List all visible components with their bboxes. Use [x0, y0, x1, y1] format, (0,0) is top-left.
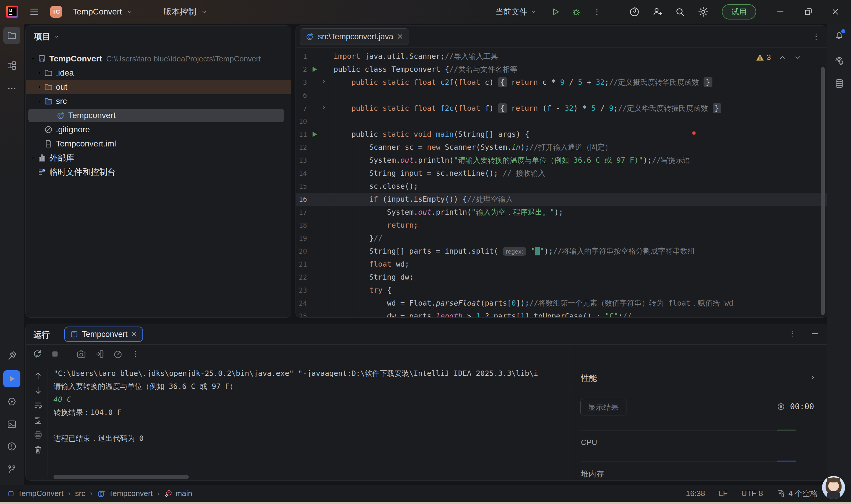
debug-button[interactable] — [571, 7, 581, 17]
more-toolbar-icon[interactable] — [131, 350, 139, 358]
main-menu-icon[interactable] — [29, 6, 40, 17]
run-line-icon[interactable] — [310, 130, 319, 139]
more-actions-icon[interactable] — [592, 7, 601, 16]
capture-snapshot-icon[interactable] — [76, 349, 86, 359]
code-line-21[interactable]: 21 float wd; — [296, 258, 827, 271]
arrow-up-icon[interactable] — [33, 371, 43, 381]
run-configuration-selector[interactable]: 当前文件 — [496, 6, 536, 17]
tool-button-services[interactable] — [3, 393, 20, 410]
code-line-18[interactable]: 18 return; — [296, 219, 827, 232]
tool-button-more-horizontal[interactable] — [3, 80, 20, 97]
console-output[interactable]: "C:\Users\taro blue\.jdks\openjdk-25.0.2… — [53, 367, 565, 445]
run-button[interactable] — [551, 7, 560, 17]
code-editor[interactable]: 1import java.util.Scanner;//导入输入工具2publi… — [296, 50, 827, 318]
code-line-20[interactable]: 20 String[] parts = input.split( regex: … — [296, 245, 827, 258]
editor-options-icon[interactable] — [812, 32, 820, 41]
profiler-gauge-icon[interactable] — [113, 349, 123, 359]
tree-item-out[interactable]: out — [26, 80, 291, 94]
arrow-down-icon[interactable] — [33, 386, 43, 395]
code-line-3[interactable]: 3 public static float c2f(float c) { ret… — [296, 76, 827, 89]
breadcrumb-item-main[interactable]: mmain — [164, 489, 192, 498]
tool-button-problems[interactable] — [3, 438, 20, 455]
tree-item--gitignore[interactable]: .gitignore — [26, 123, 291, 137]
tool-button-folder[interactable] — [3, 27, 20, 44]
tool-button-database[interactable] — [831, 75, 848, 92]
ai-assistant-icon[interactable] — [629, 6, 640, 17]
tool-button-hammer[interactable] — [3, 347, 20, 364]
scroll-to-end-icon[interactable] — [33, 415, 43, 425]
restore-window-icon[interactable] — [803, 7, 813, 17]
chevron-right-icon[interactable] — [809, 374, 816, 381]
user-avatar[interactable] — [822, 476, 845, 499]
code-line-1[interactable]: 1import java.util.Scanner;//导入输入工具 — [296, 50, 827, 63]
tree-item-tempconvert[interactable]: TempConvertC:\Users\taro blue\IdeaProjec… — [26, 52, 291, 66]
tool-button-ai-chat[interactable] — [831, 52, 848, 69]
code-line-6[interactable]: 6 — [296, 89, 827, 102]
code-line-15[interactable]: 15 sc.close(); — [296, 180, 827, 193]
close-tab-icon[interactable]: ✕ — [397, 32, 403, 41]
cpu-chart-segment — [777, 430, 796, 431]
tree-item-tempconvert[interactable]: CTempconvert — [26, 108, 291, 123]
hide-panel-icon[interactable] — [811, 329, 819, 338]
code-line-13[interactable]: 13 System.out.println("请输入要转换的温度与单位（例如 3… — [296, 154, 827, 167]
search-icon[interactable] — [675, 6, 685, 17]
tree-item--idea[interactable]: .idea — [26, 66, 291, 80]
code-line-22[interactable]: 22 String dw; — [296, 271, 827, 284]
caret-position-widget[interactable]: 16:38 — [686, 489, 705, 498]
settings-gear-icon[interactable] — [698, 6, 709, 17]
code-line-24[interactable]: 24 wd = Float.parseFloat(parts[0]);//将数组… — [296, 297, 827, 310]
vcs-menu[interactable]: 版本控制 — [163, 6, 208, 17]
close-window-icon[interactable] — [831, 7, 840, 17]
code-line-12[interactable]: 12 Scanner sc = new Scanner(System.in);/… — [296, 141, 827, 154]
minimize-window-icon[interactable] — [776, 7, 785, 17]
tool-button-git[interactable] — [3, 461, 20, 478]
chevron-right-icon[interactable] — [35, 70, 44, 76]
run-line-icon[interactable] — [310, 65, 319, 74]
code-line-17[interactable]: 17 System.out.println("输入为空，程序退出。"); — [296, 206, 827, 219]
run-tab[interactable]: Tempconvert ✕ — [64, 327, 143, 342]
code-line-14[interactable]: 14 String input = sc.nextLine(); // 接收输入 — [296, 167, 827, 180]
tool-button-bell[interactable] — [831, 27, 848, 44]
breadcrumb-item-src[interactable]: src — [75, 489, 85, 498]
code-line-10[interactable]: 10 — [296, 115, 827, 128]
close-run-tab-icon[interactable]: ✕ — [131, 330, 137, 338]
code-line-2[interactable]: 2public class Tempconvert {//类名与文件名相等 — [296, 63, 827, 76]
tree-item-tempconvert-iml[interactable]: Tempconvert.iml — [26, 137, 291, 151]
tool-button-structure[interactable] — [3, 57, 20, 74]
tool-button-terminal[interactable] — [3, 416, 20, 433]
show-results-button[interactable]: 显示结果 — [580, 399, 626, 415]
breadcrumb-item-tempconvert[interactable]: TempConvert — [7, 489, 64, 498]
rerun-icon[interactable] — [32, 349, 42, 359]
code-line-23[interactable]: 23 try { — [296, 284, 827, 297]
breadcrumb-item-tempconvert[interactable]: CTempconvert — [97, 489, 153, 498]
tree-item-外部库[interactable]: 外部库 — [26, 151, 291, 165]
encoding-widget[interactable]: UTF-8 — [741, 489, 763, 498]
trial-button[interactable]: 试用 — [722, 4, 756, 19]
fold-arrow-icon[interactable] — [320, 78, 327, 85]
chevron-down-icon[interactable] — [29, 55, 37, 62]
editor-tab[interactable]: C src\Tempconvert.java ✕ — [300, 28, 409, 45]
code-line-7[interactable]: 7 public static float f2c(float f) { ret… — [296, 102, 827, 115]
console-horizontal-scrollbar[interactable] — [53, 475, 189, 479]
soft-wrap-icon[interactable] — [33, 401, 43, 410]
code-line-25[interactable]: 25 dw = parts.length > 1 ? parts[1].toUp… — [296, 310, 827, 318]
chevron-right-icon[interactable] — [29, 155, 37, 161]
project-selector[interactable]: TempConvert — [73, 7, 133, 17]
tree-item-临时文件和控制台[interactable]: 临时文件和控制台 — [26, 165, 291, 179]
code-line-19[interactable]: 19 }// — [296, 232, 827, 245]
tree-item-src[interactable]: src — [26, 94, 291, 108]
tool-button-run[interactable] — [3, 370, 20, 388]
chevron-down-icon[interactable] — [53, 33, 60, 40]
editor-vertical-scrollbar[interactable] — [821, 67, 825, 315]
line-ending-widget[interactable]: LF — [718, 489, 728, 498]
clear-console-icon[interactable] — [33, 445, 43, 454]
fold-arrow-icon[interactable] — [320, 104, 327, 111]
attach-console-icon[interactable] — [94, 349, 105, 359]
chevron-down-icon[interactable] — [35, 98, 44, 105]
indent-widget[interactable]: 4 个空格 — [777, 488, 818, 499]
code-line-16[interactable]: 16 if (input.isEmpty()) {//处理空输入 — [296, 193, 827, 206]
add-user-icon[interactable] — [652, 6, 663, 17]
code-line-11[interactable]: 11 public static void main(String[] args… — [296, 128, 827, 141]
more-options-icon[interactable] — [788, 329, 796, 338]
chevron-right-icon[interactable] — [35, 84, 44, 90]
